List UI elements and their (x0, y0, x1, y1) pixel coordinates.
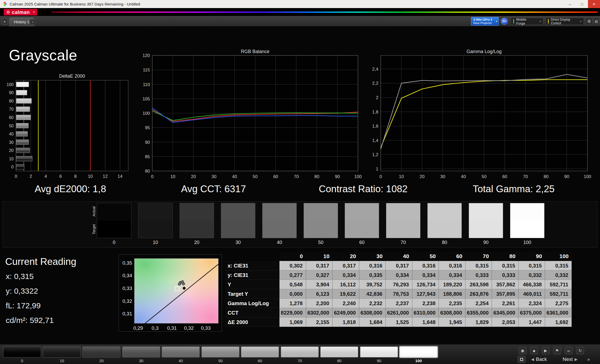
svg-text:70: 70 (523, 174, 528, 179)
capture-icon[interactable]: ◉ (519, 347, 526, 354)
cie-chart-canvas: 0,290,30,310,320,330,310,320,330,340,35 (119, 255, 222, 332)
svg-text:10: 10 (399, 174, 404, 179)
pattern-button-30[interactable] (122, 346, 160, 357)
display-control-selector[interactable]: Direct Display Control ▾ (546, 18, 584, 25)
pattern-button-50[interactable] (201, 346, 239, 357)
logo-dropdown-icon: ▾ (33, 10, 35, 14)
meter-selector[interactable]: X-Rite i1Pro 3 Rear Projector ▾ (471, 17, 499, 26)
table-cell: 0,334 (439, 270, 466, 280)
svg-text:60: 60 (502, 174, 507, 179)
svg-text:0,32: 0,32 (184, 325, 194, 331)
minimize-button[interactable]: – (564, 0, 576, 8)
table-cell: 2,200 (306, 299, 333, 308)
blank-pattern-button[interactable] (518, 356, 525, 363)
svg-text:2,2: 2,2 (372, 81, 378, 86)
svg-text:12: 12 (103, 174, 108, 179)
settings-button[interactable]: ⚙ (586, 18, 593, 25)
pattern-button-40[interactable] (162, 346, 200, 357)
column-header-10: 10 (306, 252, 333, 261)
add-tab-button[interactable]: + (30, 19, 36, 25)
gear-icon: ⚙ (587, 19, 591, 24)
svg-text:40: 40 (9, 132, 14, 136)
panel-icon: ▤ (595, 19, 598, 23)
source-accent (513, 19, 514, 24)
pattern-button-80[interactable] (320, 346, 358, 357)
maximize-button[interactable]: □ (576, 0, 588, 8)
table-cell: 188,806 (439, 289, 466, 299)
swatch-actual (386, 203, 420, 221)
table-cell: 0,334 (386, 270, 412, 280)
svg-text:105: 105 (143, 96, 150, 101)
svg-text:40: 40 (232, 174, 237, 179)
gamma-chart: Gamma Log/Log 11,21,41,61,822,22,4010203… (365, 48, 595, 182)
table-cell: 6261,000 (386, 308, 412, 317)
swatch-target (138, 221, 172, 238)
table-cell: 3,904 (306, 280, 333, 289)
table-cell: 263,876 (466, 289, 492, 299)
history-panel-toggle[interactable]: ▸ (2, 18, 8, 25)
pattern-button-90[interactable] (360, 346, 398, 357)
svg-text:70: 70 (9, 107, 14, 111)
table-cell: 0,317 (306, 261, 333, 270)
stop-icon[interactable]: ■ (530, 347, 538, 354)
back-button[interactable]: ◀ Back (531, 356, 547, 363)
loop-icon[interactable]: ∞ (565, 347, 573, 354)
svg-text:50: 50 (9, 124, 14, 128)
pattern-button-100[interactable] (400, 346, 438, 357)
grayscale-swatch-90 (469, 203, 503, 238)
calman-logo[interactable]: ⚙ calman ▾ (4, 9, 37, 15)
close-button[interactable]: ✕ (588, 0, 600, 8)
table-corner (225, 252, 279, 261)
meter-reading-badge: 383 (501, 18, 508, 25)
flag-icon[interactable]: ⚑ (553, 347, 561, 354)
svg-text:0,33: 0,33 (201, 325, 211, 331)
swatch-label: 20 (180, 240, 214, 245)
table-cell: 0,335 (359, 270, 386, 280)
swatch-actual (221, 203, 255, 221)
svg-text:80: 80 (145, 169, 150, 174)
skip-button[interactable]: » (587, 356, 590, 363)
reading-x: x: 0,315 (6, 272, 34, 281)
layout-panel-button[interactable]: ▤ (593, 18, 599, 25)
svg-text:2,4: 2,4 (372, 67, 378, 72)
gamma-chart-canvas: 11,21,41,61,822,22,401020304050607080901… (365, 48, 595, 182)
svg-text:0,31: 0,31 (167, 325, 177, 331)
column-header-70: 70 (466, 252, 492, 261)
play-icon[interactable]: ▶ (542, 347, 549, 354)
swatch-target (221, 221, 255, 238)
logo-bar: ⚙ calman ▾ (0, 8, 600, 16)
table-cell: 2,275 (545, 299, 572, 308)
table-cell: 6308,000 (359, 308, 386, 317)
pattern-button-20[interactable] (82, 346, 120, 357)
svg-text:30: 30 (211, 174, 216, 179)
swatch-target (428, 221, 462, 238)
pattern-button-10[interactable] (43, 346, 81, 357)
column-header-20: 20 (333, 252, 359, 261)
next-button[interactable]: Next ▶ (563, 356, 577, 363)
pattern-button-60[interactable] (241, 346, 279, 357)
refresh-icon[interactable]: ↻ (576, 347, 584, 354)
pattern-button-label: 20 (82, 359, 120, 363)
table-cell: 466,338 (519, 280, 545, 289)
pattern-button-0[interactable] (3, 346, 41, 357)
swatch-label: 0 (97, 240, 131, 245)
pattern-button-label: 10 (43, 359, 81, 363)
tab-bar: ▸ History 1 + X-Rite i1Pro 3 Rear Projec… (0, 16, 600, 26)
table-cell: 16,112 (333, 280, 359, 289)
svg-text:1: 1 (376, 167, 378, 172)
svg-text:0: 0 (11, 165, 14, 169)
svg-text:0,34: 0,34 (122, 273, 132, 278)
titlebar: Calman 2025 Calman Ultimate for Business… (0, 0, 600, 8)
svg-text:80: 80 (9, 99, 14, 103)
table-cell: 0,316 (412, 261, 439, 270)
pattern-button-70[interactable] (281, 346, 319, 357)
swatch-actual (428, 203, 462, 221)
table-cell: 6302,000 (306, 308, 333, 317)
chevron-down-icon: ▾ (537, 20, 541, 23)
row-label: Target Y (225, 289, 279, 299)
source-selector[interactable]: Mobile Forge ▾ (511, 18, 543, 25)
svg-text:60: 60 (273, 174, 278, 179)
svg-text:100: 100 (584, 174, 591, 179)
grayscale-swatch-60 (345, 203, 379, 238)
swatch-label: 90 (469, 240, 503, 245)
